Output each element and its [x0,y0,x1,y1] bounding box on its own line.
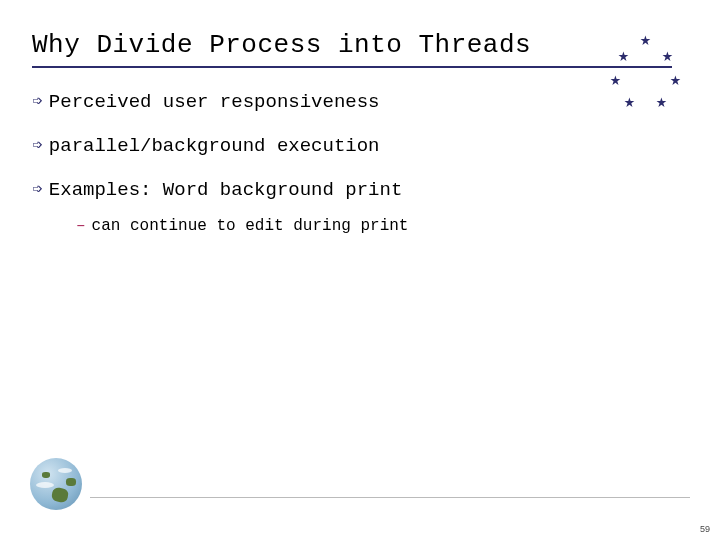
slide: ★ ★ ★ ★ ★ ★ ★ Why Divide Process into Th… [0,0,720,540]
title-divider [32,66,672,68]
arrow-right-icon: ➩ [32,134,43,158]
star-icon: ★ [656,90,667,112]
dash-icon: – [76,216,86,236]
arrow-right-icon: ➩ [32,178,43,202]
footer-divider [90,497,690,498]
page-number: 59 [700,524,710,534]
slide-title: Why Divide Process into Threads [32,30,688,60]
stars-decoration: ★ ★ ★ ★ ★ ★ ★ [610,30,690,110]
bullet-item: ➩ Perceived user responsiveness [32,90,688,114]
star-icon: ★ [662,44,673,66]
bullet-text: parallel/background execution [49,134,380,158]
bullet-item: ➩ parallel/background execution [32,134,688,158]
star-icon: ★ [618,44,629,66]
bullet-text: Examples: Word background print [49,178,402,202]
bullet-text: Perceived user responsiveness [49,90,380,114]
bullet-item: ➩ Examples: Word background print [32,178,688,202]
star-icon: ★ [640,28,651,50]
sub-bullet-item: – can continue to edit during print [76,216,688,236]
globe-icon [30,458,82,510]
sub-bullet-text: can continue to edit during print [92,216,409,236]
arrow-right-icon: ➩ [32,90,43,114]
star-icon: ★ [610,68,621,90]
star-icon: ★ [624,90,635,112]
star-icon: ★ [670,68,681,90]
